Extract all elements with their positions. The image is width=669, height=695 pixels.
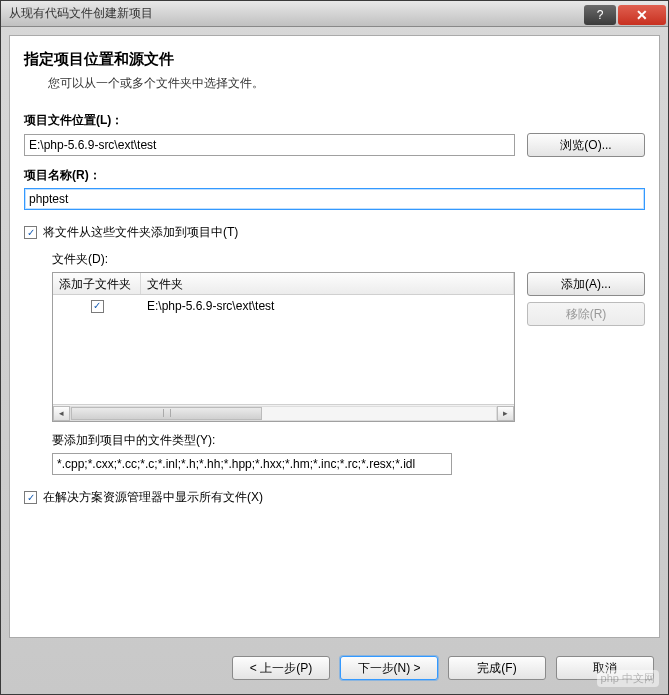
checkbox-icon [24,226,37,239]
filetypes-label: 要添加到项目中的文件类型(Y): [52,432,645,449]
scroll-right-icon[interactable]: ▸ [497,406,514,421]
page-subheading: 您可以从一个或多个文件夹中选择文件。 [48,75,645,92]
titlebar: 从现有代码文件创建新项目 ? ✕ [1,1,668,27]
dialog-content: 指定项目位置和源文件 您可以从一个或多个文件夹中选择文件。 项目文件位置(L)：… [9,35,660,638]
checkbox-icon[interactable] [91,300,104,313]
filetypes-input[interactable] [52,453,452,475]
scroll-track[interactable] [70,406,497,421]
help-button[interactable]: ? [584,5,616,25]
scroll-thumb[interactable] [71,407,262,420]
folders-section: 文件夹(D): 添加子文件夹 文件夹 E:\php-5.6.9-src\ext\… [52,247,645,475]
add-from-folders-label: 将文件从这些文件夹添加到项目中(T) [43,224,238,241]
page-heading: 指定项目位置和源文件 [24,50,645,69]
folders-label: 文件夹(D): [52,251,645,268]
col-subfolders[interactable]: 添加子文件夹 [53,273,141,294]
project-location-input[interactable] [24,134,515,156]
project-name-label: 项目名称(R)： [24,167,645,184]
table-row[interactable]: E:\php-5.6.9-src\ext\test [53,295,514,317]
horizontal-scrollbar[interactable]: ◂ ▸ [53,404,514,421]
cancel-button[interactable]: 取消 [556,656,654,680]
folder-path-cell: E:\php-5.6.9-src\ext\test [141,299,514,313]
folders-table[interactable]: 添加子文件夹 文件夹 E:\php-5.6.9-src\ext\test ◂ [52,272,515,422]
show-all-files-label: 在解决方案资源管理器中显示所有文件(X) [43,489,263,506]
checkbox-icon [24,491,37,504]
scroll-left-icon[interactable]: ◂ [53,406,70,421]
folders-table-body: E:\php-5.6.9-src\ext\test [53,295,514,404]
close-button[interactable]: ✕ [618,5,666,25]
folders-table-header: 添加子文件夹 文件夹 [53,273,514,295]
col-folder[interactable]: 文件夹 [141,273,514,294]
project-location-label: 项目文件位置(L)： [24,112,645,129]
remove-folder-button: 移除(R) [527,302,645,326]
show-all-files-checkbox-row[interactable]: 在解决方案资源管理器中显示所有文件(X) [24,489,645,506]
next-button[interactable]: 下一步(N) > [340,656,438,680]
add-folder-button[interactable]: 添加(A)... [527,272,645,296]
dialog-footer: < 上一步(P) 下一步(N) > 完成(F) 取消 [1,646,668,694]
window-title: 从现有代码文件创建新项目 [1,5,584,22]
browse-button[interactable]: 浏览(O)... [527,133,645,157]
project-name-input[interactable] [24,188,645,210]
finish-button[interactable]: 完成(F) [448,656,546,680]
dialog-window: 从现有代码文件创建新项目 ? ✕ 指定项目位置和源文件 您可以从一个或多个文件夹… [0,0,669,695]
add-from-folders-checkbox-row[interactable]: 将文件从这些文件夹添加到项目中(T) [24,224,645,241]
prev-button[interactable]: < 上一步(P) [232,656,330,680]
